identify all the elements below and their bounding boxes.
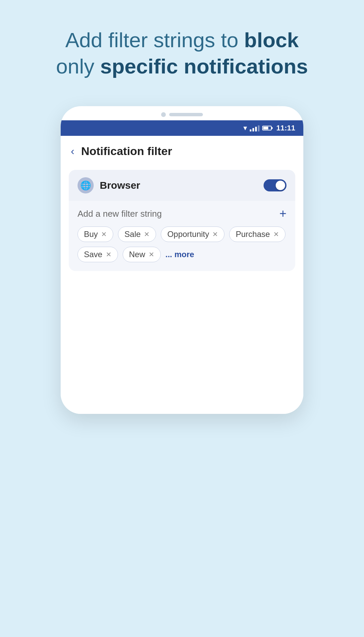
status-bar: ▾ 11:11 (61, 120, 303, 136)
hero-line2: only specific notifications (56, 55, 308, 78)
tag-opportunity-label: Opportunity (167, 230, 209, 239)
tag-sale-label: Sale (124, 230, 141, 239)
page-title: Notification filter (81, 145, 172, 158)
status-time: 11:11 (276, 124, 295, 132)
browser-label: Browser (100, 180, 264, 191)
tags-container: Buy ✕ Sale ✕ Opportunity ✕ Purchase ✕ Sa… (78, 226, 286, 262)
tag-sale: Sale ✕ (118, 226, 156, 242)
tag-purchase-label: Purchase (236, 230, 270, 239)
toggle-knob (276, 181, 285, 190)
add-filter-label: Add a new filter string (78, 209, 162, 219)
hero-section: Add filter strings to block only specifi… (36, 0, 328, 93)
hero-line2-bold: specific notifications (100, 55, 308, 78)
phone-pill (169, 113, 203, 116)
toggle-switch[interactable] (264, 179, 286, 191)
tag-opportunity: Opportunity ✕ (161, 226, 224, 242)
wifi-icon: ▾ (243, 124, 247, 132)
tag-purchase: Purchase ✕ (229, 226, 285, 242)
tag-new: New ✕ (123, 247, 161, 262)
tag-buy-close[interactable]: ✕ (101, 231, 107, 238)
back-button[interactable]: ‹ (71, 145, 74, 157)
phone-body (61, 279, 303, 414)
tag-new-label: New (129, 250, 145, 259)
phone-mockup: ▾ 11:11 ‹ Notification filter 🌐 (61, 106, 303, 414)
filter-card: 🌐 Browser Add a new filter string + Buy … (69, 170, 295, 271)
hero-line1: Add filter strings to block (65, 28, 299, 52)
browser-row: 🌐 Browser (69, 170, 295, 201)
app-bar: ‹ Notification filter (61, 136, 303, 166)
add-filter-button[interactable]: + (279, 208, 286, 220)
tag-purchase-close[interactable]: ✕ (273, 231, 279, 238)
tag-opportunity-close[interactable]: ✕ (212, 231, 218, 238)
tag-save-close[interactable]: ✕ (106, 251, 112, 258)
signal-icon (250, 125, 260, 131)
tag-new-close[interactable]: ✕ (149, 251, 154, 258)
add-filter-row: Add a new filter string + (78, 208, 286, 220)
hero-line1-normal: Add filter strings to (65, 28, 238, 52)
battery-icon (262, 126, 272, 130)
tag-save-label: Save (84, 250, 102, 259)
tag-save: Save ✕ (78, 247, 118, 262)
phone-top-notch (61, 106, 303, 120)
browser-icon: 🌐 (78, 177, 94, 193)
tag-sale-close[interactable]: ✕ (144, 231, 150, 238)
phone-dot (161, 112, 166, 117)
status-icons: ▾ 11:11 (243, 124, 295, 132)
tag-buy: Buy ✕ (78, 226, 113, 242)
globe-icon: 🌐 (80, 180, 91, 191)
more-button[interactable]: ... more (165, 247, 194, 262)
hero-line1-bold: block (244, 28, 299, 52)
filter-section: Add a new filter string + Buy ✕ Sale ✕ O… (69, 201, 295, 271)
hero-line2-normal: only (56, 55, 94, 78)
tag-buy-label: Buy (84, 230, 98, 239)
